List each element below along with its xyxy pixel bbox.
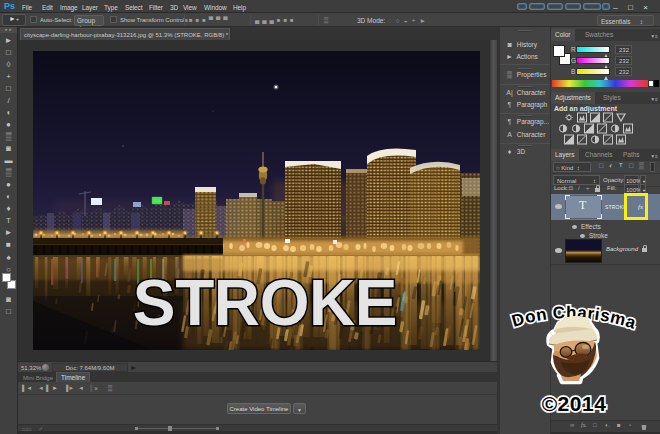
svg-text:©2014: ©2014 [542, 392, 607, 415]
svg-text:STROKE: STROKE [133, 267, 397, 339]
